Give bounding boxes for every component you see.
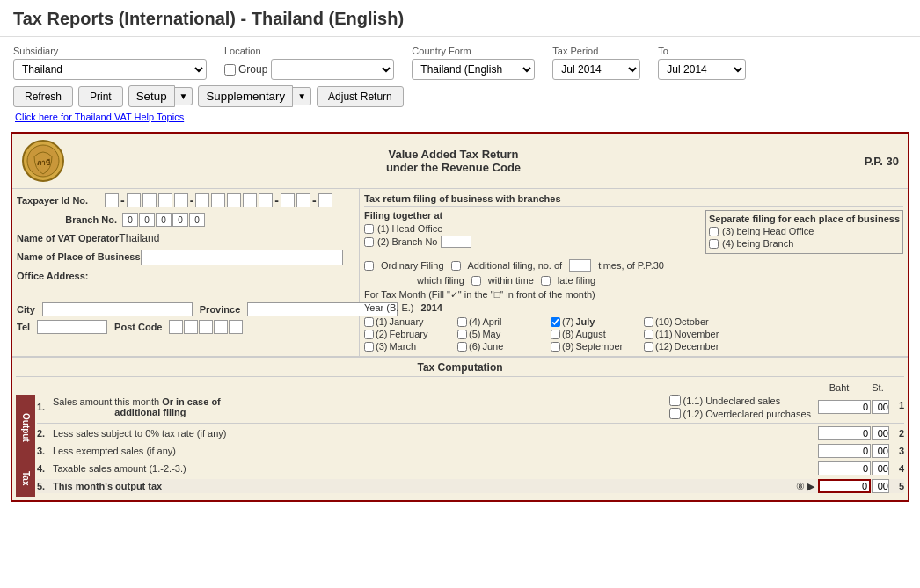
adjust-return-button[interactable]: Adjust Return	[317, 86, 404, 107]
setup-button-group: Setup ▼	[128, 85, 193, 107]
being-head-option: (3) being Head Office	[709, 226, 900, 236]
head-office-checkbox[interactable]	[364, 224, 374, 234]
october-checkbox[interactable]	[644, 317, 653, 327]
output-tax-rows: 1. Sales amount this month Or in case of…	[37, 395, 904, 497]
setup-arrow-button[interactable]: ▼	[175, 87, 193, 105]
ordinary-filing-checkbox[interactable]	[364, 261, 374, 271]
city-label: City	[17, 304, 35, 315]
november-checkbox[interactable]	[644, 330, 653, 339]
toolbar: Subsidiary Thailand Location Group Count…	[0, 37, 920, 132]
head-office-label: (1) Head Office	[377, 223, 442, 234]
tax-comp-header: Tax Computation	[16, 361, 904, 377]
march-checkbox[interactable]	[364, 342, 374, 352]
main-form-container: ภาษี Value Added Tax Return under the Re…	[11, 132, 909, 502]
row-2-baht-input[interactable]	[818, 426, 871, 440]
row-3-amount-group: 3	[818, 444, 904, 458]
row-3-baht-input[interactable]	[818, 444, 871, 458]
help-link[interactable]: Click here for Thailand VAT Help Topics	[13, 112, 184, 122]
print-button[interactable]: Print	[78, 86, 123, 107]
row-5-row-num: 5	[890, 481, 904, 491]
being-branch-label: (4) being Branch	[722, 238, 793, 249]
additional-filing-checkbox[interactable]	[451, 261, 461, 271]
filing-times-box	[569, 259, 591, 272]
april-num: (4)	[469, 316, 480, 327]
may-num: (5)	[469, 329, 480, 339]
row-4-cent-input[interactable]	[872, 461, 889, 475]
late-filing-checkbox[interactable]	[541, 276, 551, 286]
postcode-boxes	[169, 320, 243, 334]
place-input[interactable]	[141, 250, 343, 265]
row-1-2: (1.2) Overdeclared purchases	[669, 408, 811, 419]
vat-operator-value: Thailand	[119, 232, 159, 244]
january-label: January	[389, 316, 423, 327]
october-label: October	[675, 316, 709, 327]
st-label: St.	[869, 382, 887, 393]
vat-operator-label: Name of VAT Operator	[17, 233, 119, 243]
tax-side-label: Tax	[16, 461, 35, 497]
row-5-amount-group: ⑧ ▶ 5	[796, 479, 904, 493]
tax-period-select[interactable]: Jul 2014	[552, 59, 640, 80]
july-num: (7)	[562, 316, 573, 327]
row-2-label: Less sales subject to 0% tax rate (if an…	[53, 428, 818, 439]
row-2-amount-group: 2	[818, 426, 904, 440]
row-2-cent-input[interactable]	[872, 426, 889, 440]
office-address-label: Office Address:	[17, 271, 105, 281]
june-checkbox[interactable]	[457, 342, 467, 352]
refresh-button[interactable]: Refresh	[13, 86, 73, 107]
tax-period-field: Tax Period Jul 2014	[552, 46, 640, 80]
may-checkbox[interactable]	[457, 330, 467, 339]
filing-type-row: Ordinary Filing Additional filing, no. o…	[364, 259, 903, 272]
row-1-2-checkbox[interactable]	[669, 408, 681, 419]
branch-no-option: (2) Branch No	[364, 236, 698, 248]
branch-no-checkbox[interactable]	[364, 237, 374, 247]
postcode-box-1	[169, 320, 183, 334]
which-filing-label: which filing	[417, 275, 464, 286]
branch-no-opt-label: (2) Branch No	[377, 236, 437, 247]
being-branch-checkbox[interactable]	[709, 239, 719, 249]
row-3-label: Less exempted sales (if any)	[53, 446, 818, 456]
to-select[interactable]: Jul 2014	[658, 59, 746, 80]
july-checkbox[interactable]	[551, 317, 560, 327]
tel-input[interactable]	[37, 320, 107, 334]
being-head-checkbox[interactable]	[709, 227, 719, 236]
output-tax-group: Output Tax 1. Sales amount this month Or…	[16, 395, 904, 497]
march-label: March	[389, 341, 416, 352]
april-checkbox[interactable]	[457, 317, 467, 327]
february-checkbox[interactable]	[364, 330, 374, 339]
country-form-select[interactable]: Thailand (English)	[412, 59, 535, 80]
id-box-9	[243, 193, 257, 207]
row-4-baht-input[interactable]	[818, 461, 871, 475]
row-1-1-checkbox[interactable]	[669, 395, 681, 406]
place-label: Name of Place of Business	[17, 250, 141, 262]
row-5-baht-input[interactable]	[818, 479, 871, 493]
within-time-checkbox[interactable]	[471, 276, 481, 286]
september-checkbox[interactable]	[551, 342, 560, 352]
month-grid: (1) January (4) April (7) July	[364, 316, 903, 352]
location-select[interactable]	[271, 59, 394, 80]
setup-main-button[interactable]: Setup	[128, 85, 175, 107]
row-1-baht-input[interactable]	[818, 400, 871, 414]
id-box-2	[127, 193, 141, 207]
supplementary-arrow-button[interactable]: ▼	[293, 87, 311, 105]
row-5-label: This month's output tax	[53, 481, 796, 491]
form-title-line2: under the Revenue Code	[78, 161, 829, 174]
row-5-cent-input[interactable]	[872, 479, 889, 493]
march-num: (3)	[376, 341, 387, 352]
group-checkbox[interactable]	[224, 64, 236, 76]
row-3-cent-input[interactable]	[872, 444, 889, 458]
postcode-box-2	[184, 320, 198, 334]
comp-row-1: 1. Sales amount this month Or in case of…	[37, 395, 904, 419]
month-item-december: (12) December	[644, 341, 732, 352]
supplementary-main-button[interactable]: Supplementary	[198, 85, 293, 107]
branch-no-text-input[interactable]	[441, 236, 471, 248]
row-1-2-code: (1.2)	[683, 409, 704, 419]
id-box-8	[227, 193, 241, 207]
december-checkbox[interactable]	[644, 342, 653, 352]
row-1-cent-input[interactable]	[872, 400, 889, 414]
january-checkbox[interactable]	[364, 317, 374, 327]
city-input[interactable]	[42, 302, 193, 316]
separate-title: Separate filing for each place of busine…	[709, 214, 900, 224]
august-checkbox[interactable]	[551, 330, 560, 339]
subsidiary-select[interactable]: Thailand	[13, 59, 207, 80]
supplementary-button-group: Supplementary ▼	[198, 85, 311, 107]
